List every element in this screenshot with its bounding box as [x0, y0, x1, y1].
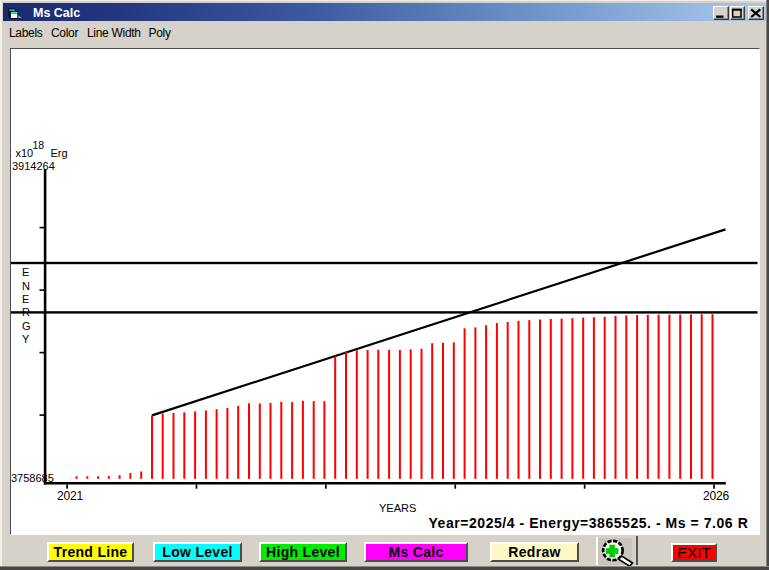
svg-text:E: E: [22, 266, 29, 278]
svg-text:Erg: Erg: [51, 147, 68, 159]
svg-text:YEARS: YEARS: [379, 502, 416, 514]
svg-text:G: G: [22, 320, 31, 332]
svg-text:3758685: 3758685: [11, 472, 54, 484]
svg-text:Year=2025/4 - Energy=3865525.: Year=2025/4 - Energy=3865525. - Ms = 7.0…: [429, 515, 749, 531]
svg-text:Y: Y: [22, 333, 30, 345]
svg-text:E: E: [22, 293, 29, 305]
svg-text:N: N: [22, 280, 30, 292]
svg-text:R: R: [22, 306, 30, 318]
svg-text:18: 18: [33, 139, 45, 151]
svg-text:2026: 2026: [703, 489, 729, 503]
svg-text:x10: x10: [16, 147, 34, 159]
svg-text:2021: 2021: [57, 489, 83, 503]
svg-text:3914264: 3914264: [12, 160, 55, 172]
